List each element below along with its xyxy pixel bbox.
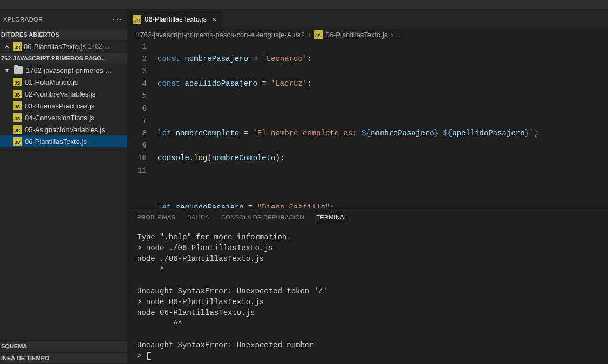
tab-terminal[interactable]: TERMINAL	[316, 212, 347, 223]
open-editor-item[interactable]: × JS 06-PlantillasTexto.js 1762-...	[0, 40, 127, 52]
js-file-icon: JS	[314, 30, 323, 39]
js-file-icon: JS	[13, 42, 22, 51]
code-editor[interactable]: 1 2 3 4 5 6 7 8 9 10 11 const nombrePasa…	[127, 40, 608, 208]
close-icon[interactable]: ×	[3, 42, 11, 51]
file-row[interactable]: JS 01-HolaMundo.js	[0, 76, 127, 88]
file-label: 04-ConversionTipos.js	[25, 114, 94, 122]
terminal-line	[137, 275, 598, 286]
breadcrumb[interactable]: 1762-javascript-primeros-pasos-con-el-le…	[127, 29, 608, 40]
terminal-output[interactable]: Type ".help" for more information.> node…	[127, 226, 608, 364]
js-file-icon: JS	[13, 90, 22, 98]
chevron-down-icon: ▾	[3, 66, 11, 74]
terminal-line	[137, 329, 598, 340]
more-actions-icon[interactable]: ···	[113, 15, 123, 24]
breadcrumb-ellipsis[interactable]: ...	[397, 31, 402, 39]
js-file-icon: JS	[13, 137, 22, 146]
terminal-prompt: >	[137, 351, 598, 361]
open-editor-path: 1762-...	[88, 43, 110, 50]
explorer-title: XPLORADOR	[3, 16, 43, 23]
tab-bar: JS 06-PlantillasTexto.js ×	[127, 10, 608, 29]
file-label: 01-HolaMundo.js	[25, 78, 78, 86]
folder-label: 1762-javascript-primeros-...	[26, 66, 111, 74]
js-file-icon: JS	[13, 113, 22, 122]
js-file-icon: JS	[13, 78, 22, 86]
terminal-line: > node ./06-PlantillasTexto.js	[137, 243, 598, 253]
close-icon[interactable]: ×	[212, 15, 216, 24]
tab-problems[interactable]: PROBLEMAS	[137, 212, 175, 223]
file-label: 02-NombreVariables.js	[25, 90, 95, 98]
workspace-header[interactable]: 762-JAVASCRIPT-PRIMEROS-PASO...	[0, 52, 127, 64]
chevron-right-icon: ›	[391, 30, 393, 39]
terminal-line: Type ".help" for more information.	[137, 232, 598, 243]
code-content[interactable]: const nombrePasajero = 'Leonardo'; const…	[158, 40, 608, 208]
js-file-icon: JS	[133, 15, 141, 24]
bottom-panel: PROBLEMAS SALIDA CONSOLA DE DEPURACIÓN T…	[127, 208, 608, 364]
main-layout: XPLORADOR ··· DITORES ABIERTOS × JS 06-P…	[0, 10, 608, 364]
tab-label: 06-PlantillasTexto.js	[145, 15, 207, 23]
file-row[interactable]: JS 05-AsignacionVariables.js	[0, 123, 127, 135]
terminal-line: Uncaught SyntaxError: Unexpected token '…	[137, 286, 598, 297]
terminal-line: node ./06-PlantillasTexto.js	[137, 253, 598, 264]
sidebar-header: XPLORADOR ···	[0, 10, 127, 29]
tab-debug-console[interactable]: CONSOLA DE DEPURACIÓN	[221, 212, 304, 223]
timeline-header[interactable]: ÍNEA DE TIEMPO	[0, 352, 127, 364]
file-row[interactable]: JS 02-NombreVariables.js	[0, 88, 127, 100]
js-file-icon: JS	[13, 125, 22, 134]
terminal-line: node 06-PlantillasTexto.js	[137, 307, 598, 318]
file-row-active[interactable]: JS 06-PlantillasTexto.js	[0, 135, 127, 147]
panel-tabs: PROBLEMAS SALIDA CONSOLA DE DEPURACIÓN T…	[127, 208, 608, 226]
js-file-icon: JS	[13, 101, 22, 110]
file-label: 05-AsignacionVariables.js	[25, 126, 105, 134]
tab-active[interactable]: JS 06-PlantillasTexto.js ×	[127, 10, 222, 29]
editor-area: JS 06-PlantillasTexto.js × 1762-javascri…	[127, 10, 608, 364]
sidebar: XPLORADOR ··· DITORES ABIERTOS × JS 06-P…	[0, 10, 127, 364]
file-label: 03-BuenasPracticas.js	[25, 102, 94, 110]
breadcrumb-part[interactable]: 1762-javascript-primeros-pasos-con-el-le…	[136, 31, 305, 39]
file-label: 06-PlantillasTexto.js	[25, 138, 87, 146]
tab-output[interactable]: SALIDA	[187, 212, 209, 223]
title-bar-fragment	[0, 0, 608, 10]
sidebar-spacer	[0, 147, 127, 340]
folder-icon	[14, 66, 23, 74]
terminal-line: ^^	[137, 318, 598, 329]
open-editors-header[interactable]: DITORES ABIERTOS	[0, 29, 127, 40]
line-number-gutter: 1 2 3 4 5 6 7 8 9 10 11	[127, 40, 158, 208]
chevron-right-icon: ›	[308, 30, 311, 39]
open-editor-label: 06-PlantillasTexto.js	[24, 43, 86, 51]
outline-header[interactable]: SQUEMA	[0, 340, 127, 352]
breadcrumb-part[interactable]: 06-PlantillasTexto.js	[326, 31, 388, 39]
file-row[interactable]: JS 04-ConversionTipos.js	[0, 112, 127, 123]
folder-row[interactable]: ▾ 1762-javascript-primeros-...	[0, 64, 127, 76]
terminal-cursor	[147, 352, 151, 360]
terminal-line: Uncaught SyntaxError: Unexpected number	[137, 340, 598, 351]
terminal-line: ^	[137, 264, 598, 275]
terminal-line: > node 06-PlantillasTexto.js	[137, 297, 598, 307]
file-row[interactable]: JS 03-BuenasPracticas.js	[0, 100, 127, 112]
